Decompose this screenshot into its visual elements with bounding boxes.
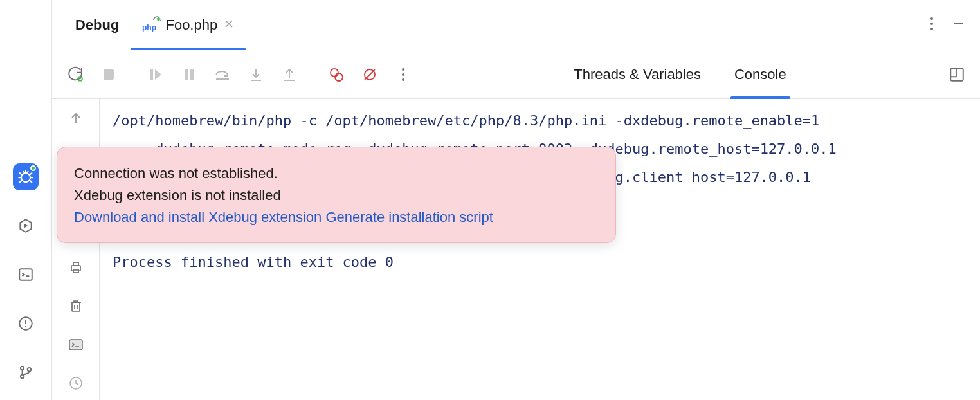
history-button[interactable]: [67, 374, 85, 392]
pause-button[interactable]: [180, 66, 198, 84]
svg-point-18: [335, 73, 343, 81]
layout-icon: [948, 66, 965, 83]
step-out-button[interactable]: [280, 66, 298, 84]
rail-problems-button[interactable]: [13, 310, 39, 337]
svg-point-0: [21, 173, 30, 182]
svg-point-5: [21, 375, 24, 378]
center-tabs: Threads & Variables Console: [574, 50, 786, 98]
tool-group-run: [66, 66, 118, 84]
svg-point-22: [402, 78, 404, 81]
breakpoints-icon: [329, 67, 344, 82]
stop-icon: [102, 68, 116, 82]
svg-point-10: [930, 23, 933, 25]
tab-file-label: Foo.php: [165, 17, 217, 33]
rerun-icon: [67, 66, 84, 83]
left-rail: [0, 0, 51, 400]
tab-file[interactable]: php Foo.php: [131, 0, 246, 50]
tab-threads-label: Threads & Variables: [574, 66, 701, 83]
svg-text:php: php: [142, 23, 156, 32]
view-breakpoints-button[interactable]: [327, 66, 345, 84]
console-new-icon: [68, 338, 84, 352]
new-console-button[interactable]: [67, 336, 85, 354]
toolbar-right: [948, 66, 966, 84]
svg-rect-23: [950, 68, 963, 81]
close-icon: [224, 19, 234, 29]
scroll-up-button[interactable]: [67, 109, 85, 127]
stop-button[interactable]: [100, 66, 118, 84]
tab-threads-variables[interactable]: Threads & Variables: [574, 50, 701, 98]
tool-group-step: [147, 66, 298, 84]
svg-rect-25: [73, 262, 78, 266]
minimize-icon: [952, 17, 965, 30]
connection-error-popup: Connection was not established. Xdebug e…: [57, 147, 616, 243]
debug-body: /opt/homebrew/bin/php -c /opt/homebrew/e…: [52, 99, 980, 400]
arrow-up-icon: [69, 111, 83, 125]
svg-point-9: [930, 17, 933, 20]
mute-breakpoints-button[interactable]: [361, 66, 379, 84]
kebab-icon: [401, 68, 405, 82]
console-gutter: [52, 99, 100, 400]
kebab-icon: [930, 17, 934, 31]
svg-point-21: [402, 73, 404, 76]
svg-rect-13: [104, 69, 114, 80]
trash-icon: [69, 298, 83, 314]
tab-bar-right: [930, 0, 980, 50]
console-line: /opt/homebrew/bin/php -c /opt/homebrew/e…: [113, 113, 819, 129]
print-button[interactable]: [67, 259, 85, 277]
popup-line-1: Connection was not established.: [74, 163, 599, 185]
popup-line-2: Xdebug extension is not installed: [74, 185, 599, 206]
layout-settings-button[interactable]: [948, 66, 966, 84]
svg-rect-27: [72, 302, 80, 311]
svg-point-4: [21, 367, 24, 370]
svg-rect-1: [19, 269, 32, 280]
console-line: Process finished with exit code 0: [113, 254, 394, 270]
step-over-button[interactable]: [213, 66, 231, 84]
more-options-button[interactable]: [930, 17, 934, 33]
console-output[interactable]: /opt/homebrew/bin/php -c /opt/homebrew/e…: [100, 99, 980, 400]
rail-terminal-button[interactable]: [13, 261, 39, 288]
step-out-icon: [282, 67, 296, 82]
activity-dot-icon: [156, 17, 161, 21]
rail-vcs-button[interactable]: [13, 359, 39, 386]
printer-icon: [68, 260, 84, 275]
generate-script-link[interactable]: Generate installation script: [325, 209, 493, 225]
minimize-button[interactable]: [952, 17, 965, 32]
rail-run-button[interactable]: [13, 212, 39, 239]
tab-debug[interactable]: Debug: [64, 0, 131, 50]
svg-rect-15: [185, 69, 188, 80]
step-into-button[interactable]: [247, 66, 265, 84]
resume-button[interactable]: [147, 66, 165, 84]
tab-debug-label: Debug: [75, 17, 119, 33]
step-into-icon: [249, 67, 263, 82]
separator: [132, 64, 132, 86]
activity-dot-icon: [30, 165, 36, 171]
tab-bar: Debug php Foo.php: [52, 0, 980, 50]
svg-rect-28: [69, 340, 82, 350]
toolbar-more-button[interactable]: [394, 66, 412, 84]
php-file-icon: php: [142, 19, 159, 32]
resume-icon: [149, 68, 163, 82]
clock-icon: [68, 376, 84, 391]
svg-point-17: [331, 69, 338, 77]
svg-rect-14: [150, 69, 153, 80]
debug-toolbar: Threads & Variables Console: [52, 50, 980, 99]
separator: [313, 64, 313, 86]
clear-button[interactable]: [67, 297, 85, 315]
svg-point-20: [402, 68, 404, 71]
rail-debug-button[interactable]: [13, 163, 39, 190]
svg-point-11: [930, 28, 933, 30]
warning-circle-icon: [17, 315, 34, 332]
download-xdebug-link[interactable]: Download and install Xdebug extension: [74, 209, 322, 225]
tab-console[interactable]: Console: [734, 50, 786, 98]
git-branch-icon: [17, 364, 34, 381]
tool-group-breakpoints: [327, 66, 412, 84]
mute-breakpoints-icon: [362, 67, 377, 82]
rerun-button[interactable]: [66, 66, 84, 84]
popup-links: Download and install Xdebug extension Ge…: [74, 206, 599, 228]
tab-console-label: Console: [734, 66, 786, 83]
terminal-icon: [17, 266, 34, 283]
svg-rect-16: [190, 69, 194, 80]
run-outline-icon: [17, 217, 34, 234]
pause-icon: [182, 68, 196, 82]
close-tab-button[interactable]: [224, 19, 234, 31]
